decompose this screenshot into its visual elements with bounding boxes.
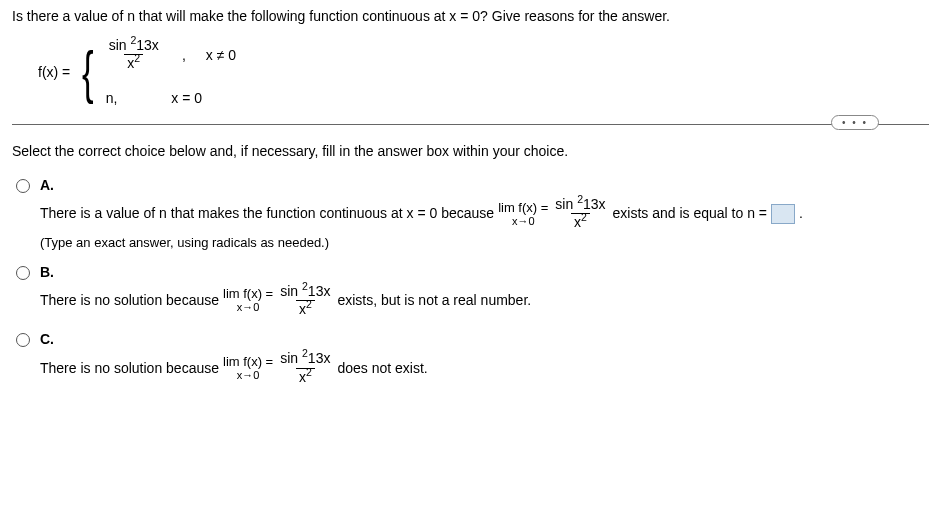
choice-a-period: . bbox=[799, 202, 803, 224]
choice-c-text2: does not exist. bbox=[337, 357, 427, 379]
limit-c-top: lim f(x) = bbox=[223, 355, 273, 368]
choice-c-text1: There is no solution because bbox=[40, 357, 219, 379]
limit-c: lim f(x) = x→0 bbox=[223, 355, 273, 381]
answer-input-n[interactable] bbox=[771, 204, 795, 224]
fraction-expression: sin 213x x2 bbox=[106, 38, 162, 72]
choice-b-label: B. bbox=[40, 264, 531, 280]
frac-a-den-base: x bbox=[574, 214, 581, 230]
piecewise-function: f(x) = { sin 213x x2 , x ≠ 0 n, x = 0 bbox=[38, 38, 929, 106]
choice-c: C. There is no solution because lim f(x)… bbox=[16, 331, 929, 385]
radio-c[interactable] bbox=[16, 333, 30, 347]
question-prompt: Is there a value of n that will make the… bbox=[12, 8, 929, 24]
limit-b-sub: x→0 bbox=[237, 302, 260, 313]
left-brace-icon: { bbox=[82, 49, 94, 95]
frac-c-den-exp: 2 bbox=[306, 366, 312, 378]
fraction-b: sin 213x x2 bbox=[277, 284, 333, 318]
limit-c-sub: x→0 bbox=[237, 370, 260, 381]
choice-b: B. There is no solution because lim f(x)… bbox=[16, 264, 929, 318]
n-value: n, bbox=[106, 90, 118, 106]
more-options-icon[interactable]: • • • bbox=[831, 115, 879, 130]
frac-a-num-arg: 13x bbox=[583, 196, 606, 212]
fraction-a: sin 213x x2 bbox=[552, 197, 608, 231]
frac-b-den-exp: 2 bbox=[306, 298, 312, 310]
frac-c-den-base: x bbox=[299, 369, 306, 385]
limit-a: lim f(x) = x→0 bbox=[498, 201, 548, 227]
frac-b-den-base: x bbox=[299, 301, 306, 317]
choice-b-text2: exists, but is not a real number. bbox=[337, 289, 531, 311]
limit-a-top: lim f(x) = bbox=[498, 201, 548, 214]
limit-a-sub: x→0 bbox=[512, 216, 535, 227]
condition-2: x = 0 bbox=[171, 90, 202, 106]
radio-a[interactable] bbox=[16, 179, 30, 193]
frac-num-arg: 13x bbox=[136, 37, 159, 53]
frac-b-num-arg: 13x bbox=[308, 283, 331, 299]
fraction-c: sin 213x x2 bbox=[277, 351, 333, 385]
choice-a-text2: exists and is equal to n = bbox=[613, 202, 768, 224]
choice-c-label: C. bbox=[40, 331, 428, 347]
frac-den-exp: 2 bbox=[134, 53, 140, 65]
condition-1: x ≠ 0 bbox=[206, 47, 236, 63]
limit-b-top: lim f(x) = bbox=[223, 287, 273, 300]
frac-a-num-sin: sin bbox=[555, 196, 573, 212]
frac-num-sin: sin bbox=[109, 37, 127, 53]
choice-a-text1: There is a value of n that makes the fun… bbox=[40, 202, 494, 224]
choice-a: A. There is a value of n that makes the … bbox=[16, 177, 929, 250]
instruction-text: Select the correct choice below and, if … bbox=[12, 143, 929, 159]
radio-b[interactable] bbox=[16, 266, 30, 280]
frac-c-num-sin: sin bbox=[280, 350, 298, 366]
limit-b: lim f(x) = x→0 bbox=[223, 287, 273, 313]
frac-b-num-sin: sin bbox=[280, 283, 298, 299]
function-lhs: f(x) = bbox=[38, 64, 70, 80]
frac-a-den-exp: 2 bbox=[581, 212, 587, 224]
frac-c-num-arg: 13x bbox=[308, 350, 331, 366]
choice-a-note: (Type an exact answer, using radicals as… bbox=[40, 235, 803, 250]
choice-b-text1: There is no solution because bbox=[40, 289, 219, 311]
choice-a-label: A. bbox=[40, 177, 803, 193]
divider bbox=[12, 124, 929, 125]
